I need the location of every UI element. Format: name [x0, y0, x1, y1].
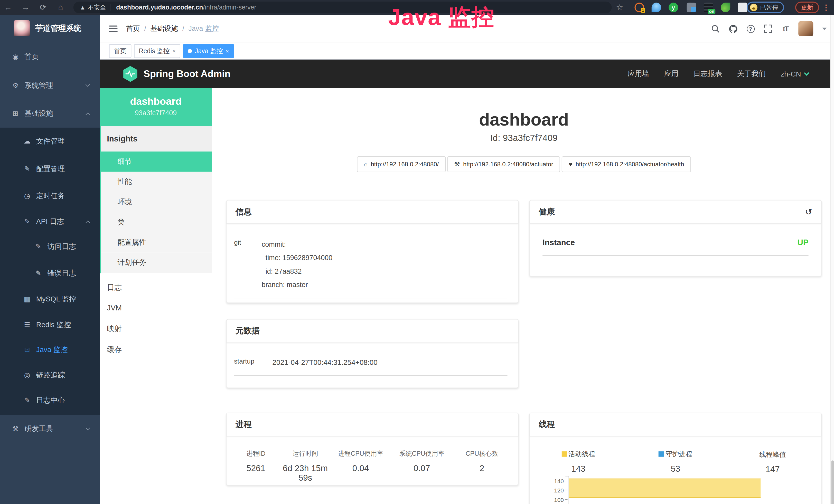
sba-menu-logs[interactable]: 日志 — [100, 277, 212, 298]
sba-brand[interactable]: Spring Boot Admin — [122, 66, 231, 83]
eye-icon: ◎ — [23, 362, 31, 389]
sba-menu-config-props[interactable]: 配置属性 — [100, 232, 212, 253]
card-title: 元数据 — [236, 326, 259, 336]
scrollbar-thumb[interactable] — [831, 460, 834, 504]
reload-icon[interactable]: ⟳ — [37, 0, 49, 15]
card-title: 线程 — [539, 419, 555, 430]
sba-menu-classes[interactable]: 类 — [100, 212, 212, 232]
font-size-icon[interactable]: tT — [781, 24, 790, 33]
health-row-instance[interactable]: Instance UP — [543, 238, 808, 256]
sba-menu-details[interactable]: 细节 — [100, 152, 212, 172]
sidebar-item-log-center[interactable]: ✎日志中心 — [0, 387, 100, 414]
sba-menu-scheduled-tasks[interactable]: 计划任务 — [100, 253, 212, 273]
sidebar-item-scheduled-jobs[interactable]: ◷定时任务 — [0, 183, 100, 209]
user-avatar[interactable] — [798, 21, 813, 36]
sidebar-item-devtools[interactable]: ⚒研发工具 — [0, 416, 100, 442]
sidebar-item-mysql-monitor[interactable]: ▦MySQL 监控 — [0, 286, 100, 313]
extension-switch-icon[interactable]: on — [704, 3, 713, 12]
process-card: 进程 进程ID 5261 运行时间 6d 23h 15m 59s 进程CPU使用… — [226, 413, 519, 485]
breadcrumb-infrastructure[interactable]: 基础设施 — [150, 24, 178, 33]
github-icon[interactable] — [728, 24, 738, 33]
back-icon[interactable]: ← — [2, 0, 14, 15]
app-brand[interactable]: 芋道管理系统 — [0, 15, 100, 42]
sba-nav-applications[interactable]: 应用 — [664, 69, 679, 78]
live-threads-area — [569, 479, 761, 498]
sba-menu-metrics[interactable]: 性能 — [100, 172, 212, 192]
tab-home[interactable]: 首页 — [109, 44, 132, 58]
home-icon[interactable]: ⌂ — [54, 0, 67, 15]
tab-java-monitor[interactable]: Java 监控 × — [183, 44, 234, 58]
extension-puzzle-icon[interactable] — [738, 3, 747, 12]
instance-name: dashboard — [100, 95, 212, 108]
instance-header[interactable]: dashboard 93a3fc7f7409 — [100, 88, 212, 126]
annotation-java-monitor: Java 监控 — [367, 2, 516, 33]
sidebar-item-error-logs[interactable]: ✎错误日志 — [0, 260, 100, 287]
service-url-link[interactable]: ⌂ http://192.168.0.2:48080/ — [357, 156, 446, 172]
profile-paused-badge[interactable]: 已暂停 — [747, 2, 784, 13]
extension-y-icon[interactable]: y — [668, 3, 678, 12]
health-url-link[interactable]: ♥ http://192.168.0.2:48080/actuator/heal… — [562, 156, 691, 172]
browser-menu-icon[interactable]: ⋮ — [822, 0, 830, 15]
sba-menu-caches[interactable]: 缓存 — [100, 339, 212, 360]
health-card: 健康 ↺ Instance UP — [529, 200, 822, 276]
cloud-upload-icon: ☁ — [23, 128, 31, 155]
tab-redis-monitor[interactable]: Redis 监控 × — [134, 44, 180, 58]
sidebar-item-infrastructure[interactable]: ⊞基础设施 — [0, 100, 100, 127]
status-badge: UP — [797, 238, 808, 247]
log-icon: ✎ — [23, 387, 31, 414]
breadcrumb-current: Java 监控 — [189, 24, 219, 33]
process-cpu-value: 0.04 — [331, 464, 390, 473]
sidebar-item-redis-monitor[interactable]: ☰Redis 监控 — [0, 312, 100, 338]
security-warning[interactable]: ▲ 不安全 — [80, 3, 106, 11]
bookmark-star-icon[interactable]: ☆ — [613, 0, 626, 15]
sidebar-item-system-mgmt[interactable]: ⚙系统管理 — [0, 72, 100, 99]
app-logo — [14, 20, 30, 36]
dashboard-icon: ◉ — [11, 44, 20, 70]
hamburger-icon[interactable] — [109, 25, 118, 32]
system-cpu-value: 0.07 — [390, 464, 453, 473]
sidebar-item-file-mgmt[interactable]: ☁文件管理 — [0, 128, 100, 155]
close-icon[interactable]: × — [172, 45, 176, 58]
forward-icon[interactable]: → — [19, 0, 32, 15]
actuator-url-link[interactable]: ⚒ http://192.168.0.2:48080/actuator — [447, 156, 560, 172]
sba-nav-wallboard[interactable]: 应用墙 — [628, 69, 649, 78]
sidebar-item-tracing[interactable]: ◎链路追踪 — [0, 362, 100, 389]
extension-pin-icon[interactable] — [652, 3, 661, 12]
edit-icon: ✎ — [23, 156, 31, 183]
browser-update-button[interactable]: 更新 — [795, 2, 819, 13]
sba-nav-about[interactable]: 关于我们 — [737, 69, 766, 78]
sba-menu-environment[interactable]: 环境 — [100, 192, 212, 212]
user-menu-caret-icon[interactable] — [822, 27, 827, 30]
history-icon[interactable]: ↺ — [805, 207, 812, 217]
extension-grid-icon[interactable] — [686, 3, 696, 12]
chevron-down-icon — [86, 426, 90, 430]
sba-menu-jvm[interactable]: JVM — [100, 298, 212, 319]
sidebar-item-api-logs[interactable]: ✎API 日志 — [0, 208, 100, 235]
address-bar[interactable]: ▲ 不安全 dashboard.yudao.iocoder.cn /infra/… — [73, 2, 612, 13]
close-icon[interactable]: × — [225, 45, 229, 58]
page-scrollbar[interactable] — [830, 15, 834, 504]
threads-chart: 140 120 100 — [530, 476, 821, 504]
sba-nav-journal[interactable]: 日志报表 — [694, 69, 722, 78]
heartbeat-icon: ♥ — [569, 160, 572, 168]
metadata-card: 元数据 startup 2021-04-27T00:44:31.254+08:0… — [226, 319, 519, 388]
card-title: 进程 — [236, 419, 251, 430]
sba-menu-mappings[interactable]: 映射 — [100, 318, 212, 339]
timer-icon: ◷ — [23, 183, 31, 209]
help-icon[interactable]: ? — [746, 24, 755, 33]
extension-leaf-icon[interactable] — [721, 3, 730, 12]
extension-colorzilla-icon[interactable]: 1 — [634, 3, 644, 12]
uptime-value: 6d 23h 15m 59s — [280, 464, 331, 483]
card-title: 健康 — [539, 207, 555, 217]
col-header-uptime: 运行时间 — [280, 449, 331, 458]
info-card: 信息 git commit: time: 1596289704000 id: 2… — [226, 200, 519, 303]
locale-selector[interactable]: zh-CN — [781, 70, 808, 78]
sidebar-item-config-mgmt[interactable]: ✎配置管理 — [0, 156, 100, 183]
sidebar-item-java-monitor[interactable]: ⊡Java 监控 — [0, 337, 100, 363]
search-icon[interactable] — [711, 24, 720, 33]
fullscreen-icon[interactable] — [763, 24, 773, 33]
sidebar-item-access-logs[interactable]: ✎访问日志 — [0, 233, 100, 260]
breadcrumb-home[interactable]: 首页 — [126, 24, 140, 33]
sidebar-item-home[interactable]: ◉首页 — [0, 44, 100, 70]
active-dot-icon — [188, 49, 192, 53]
